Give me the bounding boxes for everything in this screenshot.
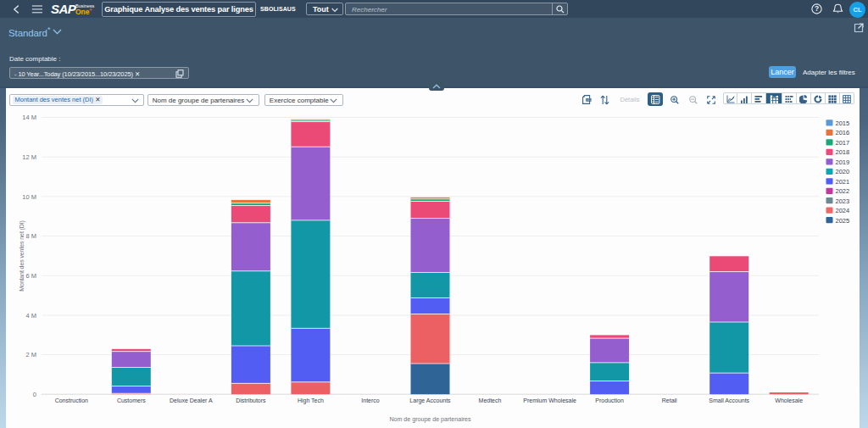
svg-text:2016: 2016 [836,129,850,136]
svg-text:Deluxe Dealer A: Deluxe Dealer A [170,397,213,403]
svg-text:Customers: Customers [117,397,146,403]
svg-text:Wholesale: Wholesale [775,397,803,403]
svg-text:Large Accounts: Large Accounts [409,397,451,404]
svg-text:2019: 2019 [836,158,850,166]
svg-text:2020: 2020 [836,168,850,175]
svg-text:2015: 2015 [836,120,850,127]
svg-text:0: 0 [33,391,36,398]
svg-text:2025: 2025 [836,217,850,225]
svg-text:Small Accounts: Small Accounts [709,397,749,403]
svg-text:Nom de groupe de partenaires: Nom de groupe de partenaires [389,416,471,423]
svg-text:2022: 2022 [836,187,850,195]
svg-text:12 M: 12 M [22,153,36,161]
svg-text:Construction: Construction [55,397,88,403]
svg-text:2 M: 2 M [25,351,36,359]
svg-text:Interco: Interco [361,397,380,403]
svg-text:6 M: 6 M [25,272,36,280]
svg-text:4 M: 4 M [25,312,36,320]
svg-text:8 M: 8 M [25,232,36,240]
svg-text:2017: 2017 [836,139,850,147]
svg-text:Distributors: Distributors [236,397,266,403]
svg-text:2018: 2018 [836,148,850,156]
svg-text:2021: 2021 [836,178,850,186]
svg-text:Premium Wholesale: Premium Wholesale [523,397,576,403]
svg-text:Montant des ventes net (DI): Montant des ventes net (DI) [19,220,25,292]
svg-text:14 M: 14 M [22,114,36,121]
svg-text:Production: Production [595,397,624,403]
svg-text:Retail: Retail [662,397,677,403]
svg-text:2023: 2023 [836,197,850,205]
svg-text:10 M: 10 M [22,193,36,201]
svg-text:Medtech: Medtech [479,397,502,403]
svg-text:2024: 2024 [836,207,850,214]
svg-text:High Tech: High Tech [298,397,324,404]
